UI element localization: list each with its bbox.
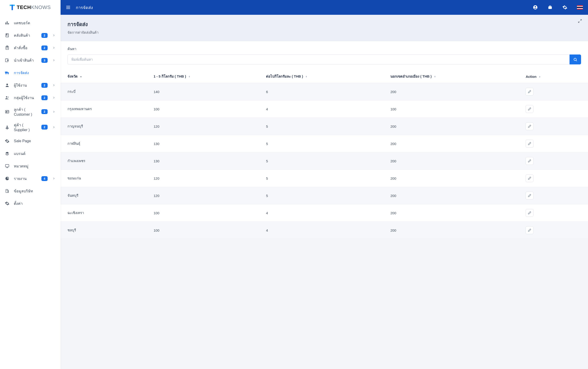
clipboard-icon — [5, 45, 10, 50]
svg-rect-38 — [548, 7, 552, 9]
cell-outside: 200 — [387, 187, 522, 204]
search-button[interactable] — [569, 54, 581, 64]
cell-action — [522, 222, 588, 239]
truck-icon — [5, 70, 10, 75]
table-row: กระบี่1406200 — [61, 83, 588, 100]
sidebar-item-2[interactable]: คำสั่งซื้อ2 — [0, 41, 61, 54]
cell-province: กาฬสินธุ์ — [61, 135, 150, 152]
sidebar-item-label: กลุ่มผู้ใช้งาน — [14, 95, 37, 101]
col-outside[interactable]: นอกเขตอำเภอเมือง ( THB ) ▲▼ — [387, 70, 522, 83]
sidebar-item-12[interactable]: รายงาน4 — [0, 172, 61, 185]
cell-province: ขอนแก่น — [61, 170, 150, 187]
sidebar: TECHKNOWS แดชบอร์ดคลังสินค้า2คำสั่งซื้อ2… — [0, 0, 61, 369]
sidebar-badge: 2 — [41, 125, 48, 130]
sidebar-item-1[interactable]: คลังสินค้า2 — [0, 29, 61, 41]
cell-next-kg: 5 — [263, 118, 387, 135]
content: การจัดส่ง จัดการค่าจัดส่งสินค้า ค้นหา — [61, 15, 588, 369]
edit-button[interactable] — [525, 192, 534, 199]
svg-point-15 — [7, 84, 8, 85]
sidebar-item-9[interactable]: Sale Page — [0, 135, 61, 147]
sidebar-item-11[interactable]: หมวดหมู่ — [0, 160, 61, 172]
user-icon — [5, 83, 10, 88]
cell-action — [522, 83, 588, 100]
edit-button[interactable] — [525, 174, 534, 182]
svg-point-42 — [574, 58, 577, 61]
edit-button[interactable] — [525, 226, 534, 234]
sidebar-item-13[interactable]: ข้อมูลบริษัท — [0, 185, 61, 197]
cell-outside: 100 — [387, 100, 522, 118]
account-icon[interactable] — [533, 5, 538, 10]
sidebar-item-label: นำเข้าสินค้า — [14, 58, 37, 63]
page-title: การจัดส่ง — [67, 20, 581, 28]
table-row: ชลบุรี1004200 — [61, 222, 588, 239]
brand-logo: TECHKNOWS — [0, 0, 61, 15]
edit-button[interactable] — [525, 209, 534, 217]
svg-line-43 — [576, 60, 577, 61]
sidebar-item-7[interactable]: ลูกค้า ( Customer )2 — [0, 104, 61, 120]
cell-next-kg: 5 — [263, 152, 387, 170]
box-icon — [5, 33, 10, 38]
cell-first-kg: 130 — [150, 152, 263, 170]
svg-rect-12 — [5, 72, 8, 73]
cell-action — [522, 118, 588, 135]
pie-icon — [5, 176, 10, 181]
svg-rect-2 — [6, 22, 6, 24]
pencil-icon — [528, 159, 531, 163]
sidebar-item-3[interactable]: นำเข้าสินค้า3 — [0, 54, 61, 67]
cell-province: กรุงเทพมหานคร — [61, 100, 150, 118]
svg-line-41 — [578, 21, 579, 23]
brand-name: TECHKNOWS — [17, 4, 51, 10]
settings-icon[interactable] — [562, 5, 568, 10]
cell-action — [522, 152, 588, 170]
sidebar-item-5[interactable]: ผู้ใช้งาน2 — [0, 79, 61, 91]
sidebar-item-10[interactable]: แบรนด์ — [0, 147, 61, 160]
hamburger-icon[interactable] — [66, 5, 71, 10]
card: ค้นหา — [61, 41, 588, 239]
sidebar-item-0[interactable]: แดชบอร์ด — [0, 17, 61, 29]
col-first-kg[interactable]: 1 - 5 กิโลกรัม ( THB ) ▲▼ — [150, 70, 263, 83]
cell-next-kg: 4 — [263, 222, 387, 239]
chevron-right-icon — [52, 96, 56, 100]
edit-button[interactable] — [525, 105, 534, 113]
sidebar-item-6[interactable]: กลุ่มผู้ใช้งาน2 — [0, 91, 61, 104]
search-input[interactable] — [67, 54, 569, 64]
sidebar-item-label: ข้อมูลบริษัท — [14, 188, 56, 194]
sidebar-item-label: หมวดหมู่ — [14, 163, 56, 169]
app-root: TECHKNOWS แดชบอร์ดคลังสินค้า2คำสั่งซื้อ2… — [0, 0, 588, 369]
svg-rect-5 — [7, 34, 7, 36]
svg-rect-1 — [11, 5, 13, 10]
cell-first-kg: 130 — [150, 135, 263, 152]
col-action[interactable]: Action ▲▼ — [522, 70, 588, 83]
sidebar-item-14[interactable]: ตั้งค่า — [0, 197, 61, 210]
svg-rect-4 — [8, 23, 9, 24]
briefcase-icon[interactable] — [547, 5, 553, 10]
sidebar-item-label: รายงาน — [14, 176, 37, 181]
sidebar-item-8[interactable]: คู่ค้า ( Supplier )2 — [0, 120, 61, 135]
pencil-icon — [528, 142, 531, 145]
pencil-icon — [528, 107, 531, 111]
table-row: จันทบุรี1205200 — [61, 187, 588, 204]
cell-first-kg: 100 — [150, 222, 263, 239]
screen-icon — [5, 163, 10, 169]
sidebar-item-label: คู่ค้า ( Supplier ) — [14, 122, 37, 132]
expand-icon[interactable] — [578, 19, 582, 24]
edit-button[interactable] — [525, 157, 534, 165]
svg-point-16 — [6, 96, 7, 98]
sidebar-item-4[interactable]: การจัดส่ง — [0, 67, 61, 79]
chevron-right-icon — [52, 110, 56, 114]
sort-icon: ▲▼ — [539, 76, 541, 78]
table-row: กาฬสินธุ์1305200 — [61, 135, 588, 152]
gear-icon — [5, 139, 10, 144]
col-next-kg[interactable]: ต่อไปกิโลกรัมละ ( THB ) ▲▼ — [263, 70, 387, 83]
edit-button[interactable] — [525, 122, 534, 130]
sort-icon: ▲▼ — [434, 76, 436, 78]
col-province[interactable]: จังหวัด ▲ — [61, 70, 150, 83]
locale-flag[interactable] — [577, 5, 583, 10]
svg-point-37 — [535, 6, 536, 7]
cell-province: จันทบุรี — [61, 187, 150, 204]
edit-button[interactable] — [525, 140, 534, 148]
svg-rect-24 — [6, 164, 9, 167]
edit-button[interactable] — [525, 88, 534, 96]
logo-mark-icon — [10, 5, 15, 10]
sidebar-badge: 2 — [41, 46, 48, 50]
